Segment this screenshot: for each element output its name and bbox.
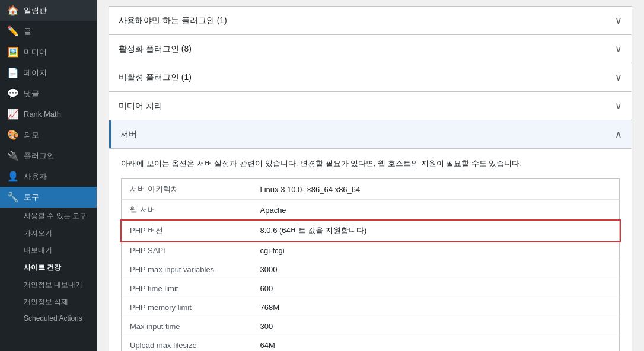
sidebar-item-media[interactable]: 🖼️미디어 [0, 42, 97, 62]
sidebar-submenu-privacy-delete[interactable]: 개인정보 삭제 [0, 293, 97, 311]
server-row-label-php-memory-limit: PHP memory limit [122, 298, 252, 317]
server-row-php-memory-limit: PHP memory limit768M [122, 298, 620, 317]
server-note: 아래에 보이는 옵션은 서버 설정과 관련이 있습니다. 변경할 필요가 있다면… [121, 158, 620, 169]
server-row-value-server-architecture: Linux 3.10.0- ×86_64 x86_64 [252, 179, 620, 200]
server-content: 아래에 보이는 옵션은 서버 설정과 관련이 있습니다. 변경할 필요가 있다면… [109, 148, 632, 351]
server-row-value-php-memory-limit: 768M [252, 298, 620, 317]
server-row-php-time-limit: PHP time limit600 [122, 279, 620, 298]
sidebar-item-label-media: 미디어 [24, 47, 47, 58]
posts-icon: ✏️ [7, 25, 19, 37]
server-row-value-php-version: 8.0.6 (64비트 값을 지원합니다) [252, 221, 620, 241]
sidebar-item-plugins[interactable]: 🔌플러그인 [0, 145, 97, 166]
main-content: 사용해야만 하는 플러그인 (1)∨활성화 플러그인 (8)∨비활성 플러그인 … [97, 0, 644, 351]
server-row-value-php-time-limit: 600 [252, 279, 620, 298]
accordion-label-inactive-plugins: 비활성 플러그인 (1) [119, 72, 192, 83]
server-row-value-php-sapi: cgi-fcgi [252, 241, 620, 260]
chevron-icon-inactive-plugins: ∨ [615, 72, 622, 83]
sidebar-item-appearance[interactable]: 🎨외모 [0, 125, 97, 145]
sidebar-item-rankmath[interactable]: 📈Rank Math [0, 104, 97, 125]
server-row-label-upload-max-filesize: Upload max filesize [122, 336, 252, 352]
sidebar-submenu-available-tools[interactable]: 사용할 수 있는 도구 [0, 208, 97, 225]
server-row-php-version: PHP 버전8.0.6 (64비트 값을 지원합니다) [122, 221, 620, 241]
sidebar-submenu-site-health[interactable]: 사이트 건강 [0, 259, 97, 276]
server-row-server-architecture: 서버 아키텍처Linux 3.10.0- ×86_64 x86_64 [122, 179, 620, 200]
server-row-value-upload-max-filesize: 64M [252, 336, 620, 352]
chevron-icon-must-use-plugins: ∨ [615, 15, 622, 26]
server-row-upload-max-filesize: Upload max filesize64M [122, 336, 620, 352]
accordion-section-server: 서버∧아래에 보이는 옵션은 서버 설정과 관련이 있습니다. 변경할 필요가 … [109, 120, 632, 351]
pages-icon: 📄 [7, 67, 19, 78]
content-area: 사용해야만 하는 플러그인 (1)∨활성화 플러그인 (8)∨비활성 플러그인 … [97, 0, 644, 351]
sidebar: 🏠알림판✏️글🖼️미디어📄페이지💬댓글📈Rank Math🎨외모🔌플러그인👤사용… [0, 0, 97, 351]
sidebar-item-label-pages: 페이지 [24, 68, 47, 78]
server-table: 서버 아키텍처Linux 3.10.0- ×86_64 x86_64웹 서버Ap… [121, 178, 620, 351]
server-row-value-php-max-input: 3000 [252, 260, 620, 279]
accordion-label-server: 서버 [120, 129, 137, 140]
sidebar-submenu-export[interactable]: 내보내기 [0, 242, 97, 259]
accordion-section-media-handling: 미디어 처리∨ [109, 92, 632, 120]
server-row-max-input-time: Max input time300 [122, 317, 620, 336]
server-row-label-server-architecture: 서버 아키텍처 [122, 179, 252, 200]
accordion-header-inactive-plugins[interactable]: 비활성 플러그인 (1)∨ [109, 63, 632, 91]
accordion-header-server[interactable]: 서버∧ [109, 120, 632, 148]
chevron-icon-server: ∧ [615, 129, 622, 140]
appearance-icon: 🎨 [7, 129, 19, 141]
accordion-header-active-plugins[interactable]: 활성화 플러그인 (8)∨ [109, 35, 632, 63]
server-row-web-server: 웹 서버Apache [122, 200, 620, 221]
sidebar-item-label-comments: 댓글 [24, 88, 39, 99]
chevron-icon-active-plugins: ∨ [615, 43, 622, 55]
server-row-label-web-server: 웹 서버 [122, 200, 252, 221]
dashboard-icon: 🏠 [7, 5, 19, 16]
sidebar-item-label-users: 사용자 [24, 171, 47, 182]
accordion-header-must-use-plugins[interactable]: 사용해야만 하는 플러그인 (1)∨ [109, 7, 632, 34]
plugins-icon: 🔌 [7, 150, 19, 161]
accordion-header-media-handling[interactable]: 미디어 처리∨ [109, 92, 632, 120]
accordion-section-inactive-plugins: 비활성 플러그인 (1)∨ [109, 63, 632, 92]
media-icon: 🖼️ [7, 46, 19, 58]
server-row-label-php-sapi: PHP SAPI [122, 241, 252, 260]
sidebar-item-posts[interactable]: ✏️글 [0, 21, 97, 42]
rankmath-icon: 📈 [7, 109, 19, 120]
accordion-section-must-use-plugins: 사용해야만 하는 플러그인 (1)∨ [109, 6, 632, 35]
tools-icon: 🔧 [7, 192, 19, 203]
sidebar-item-label-dashboard: 알림판 [24, 5, 47, 16]
sidebar-item-label-rankmath: Rank Math [24, 110, 61, 119]
sidebar-item-comments[interactable]: 💬댓글 [0, 83, 97, 104]
sidebar-item-dashboard[interactable]: 🏠알림판 [0, 0, 97, 21]
server-row-label-php-max-input: PHP max input variables [122, 260, 252, 279]
sidebar-item-tools[interactable]: 🔧도구 [0, 187, 97, 208]
comments-icon: 💬 [7, 88, 19, 99]
sidebar-item-label-appearance: 외모 [24, 130, 39, 141]
sidebar-item-users[interactable]: 👤사용자 [0, 166, 97, 187]
accordion-label-must-use-plugins: 사용해야만 하는 플러그인 (1) [119, 15, 227, 26]
chevron-icon-media-handling: ∨ [615, 100, 622, 111]
server-row-value-max-input-time: 300 [252, 317, 620, 336]
server-row-php-max-input: PHP max input variables3000 [122, 260, 620, 279]
sidebar-submenu-privacy-export[interactable]: 개인정보 내보내기 [0, 276, 97, 293]
sidebar-submenu-import[interactable]: 가져오기 [0, 225, 97, 242]
accordion-label-active-plugins: 활성화 플러그인 (8) [119, 44, 192, 55]
server-row-value-web-server: Apache [252, 200, 620, 221]
server-row-label-php-version: PHP 버전 [122, 221, 252, 241]
server-row-php-sapi: PHP SAPIcgi-fcgi [122, 241, 620, 260]
users-icon: 👤 [7, 171, 19, 182]
sidebar-submenu-scheduled-actions[interactable]: Scheduled Actions [0, 311, 97, 326]
accordion-label-media-handling: 미디어 처리 [119, 101, 162, 111]
accordion-container: 사용해야만 하는 플러그인 (1)∨활성화 플러그인 (8)∨비활성 플러그인 … [109, 6, 632, 351]
sidebar-item-label-plugins: 플러그인 [24, 151, 55, 161]
sidebar-item-pages[interactable]: 📄페이지 [0, 62, 97, 83]
sidebar-item-label-tools: 도구 [24, 192, 39, 203]
server-row-label-max-input-time: Max input time [122, 317, 252, 336]
sidebar-item-label-posts: 글 [24, 26, 31, 37]
accordion-section-active-plugins: 활성화 플러그인 (8)∨ [109, 35, 632, 63]
server-row-label-php-time-limit: PHP time limit [122, 279, 252, 298]
